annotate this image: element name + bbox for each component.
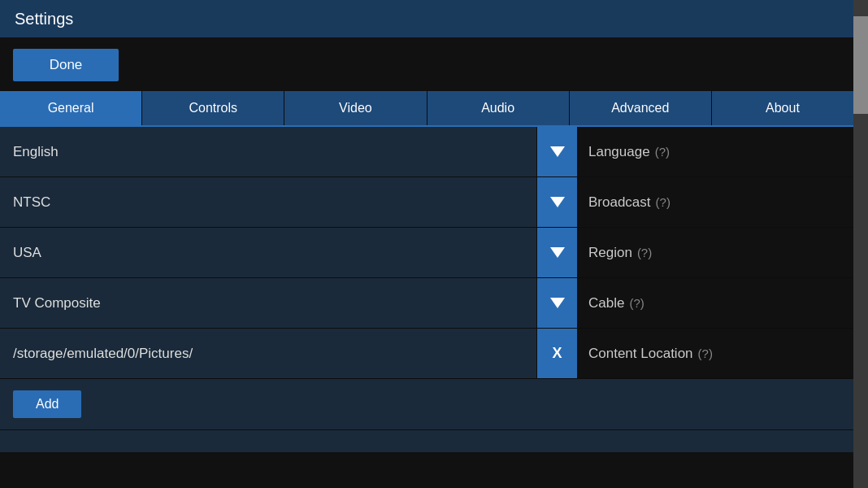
- dropdown-arrow-icon: [550, 298, 565, 308]
- setting-label-broadcast: Broadcast (?): [577, 177, 853, 227]
- setting-row-content-location: /storage/emulated/0/Pictures/ X Content …: [0, 329, 853, 379]
- settings-app: Settings Done General Controls Video Aud…: [0, 0, 868, 488]
- setting-clear-content-location[interactable]: X: [536, 329, 577, 378]
- setting-label-content-location: Content Location (?): [577, 329, 853, 378]
- setting-dropdown-broadcast[interactable]: [536, 177, 577, 227]
- setting-row-broadcast: NTSC Broadcast (?): [0, 177, 853, 228]
- done-button[interactable]: Done: [13, 49, 119, 81]
- setting-label-cable: Cable (?): [577, 278, 853, 328]
- setting-value-language: English: [0, 127, 536, 176]
- tab-advanced[interactable]: Advanced: [570, 91, 712, 125]
- setting-row-region: USA Region (?): [0, 228, 853, 278]
- setting-value-content-location: /storage/emulated/0/Pictures/: [0, 329, 536, 378]
- bottom-partial-row: [0, 429, 853, 452]
- scrollbar[interactable]: [853, 0, 868, 488]
- dropdown-arrow-icon: [550, 247, 565, 258]
- scrollbar-thumb[interactable]: [853, 16, 868, 114]
- tab-audio[interactable]: Audio: [427, 91, 570, 125]
- dropdown-arrow-icon: [550, 146, 565, 157]
- tab-general[interactable]: General: [0, 91, 142, 125]
- tab-controls[interactable]: Controls: [142, 91, 284, 125]
- setting-value-cable: TV Composite: [0, 278, 536, 328]
- done-area: Done: [0, 37, 853, 91]
- setting-dropdown-region[interactable]: [536, 228, 577, 277]
- page-title: Settings: [15, 10, 73, 28]
- add-button[interactable]: Add: [13, 390, 81, 418]
- dropdown-arrow-icon: [550, 197, 565, 207]
- settings-rows: English Language (?) NTSC: [0, 127, 853, 488]
- setting-label-region: Region (?): [577, 228, 853, 277]
- setting-dropdown-language[interactable]: [536, 127, 577, 176]
- setting-label-language: Language (?): [577, 127, 853, 176]
- setting-dropdown-cable[interactable]: [536, 278, 577, 328]
- add-row: Add: [0, 379, 853, 429]
- tab-video[interactable]: Video: [284, 91, 427, 125]
- setting-row-language: English Language (?): [0, 127, 853, 177]
- tabs-container: General Controls Video Audio Advanced Ab…: [0, 91, 853, 127]
- setting-row-cable: TV Composite Cable (?): [0, 278, 853, 329]
- title-bar: Settings: [0, 0, 868, 37]
- main-content: Done General Controls Video Audio Advanc…: [0, 37, 868, 488]
- setting-value-broadcast: NTSC: [0, 177, 536, 227]
- tab-about[interactable]: About: [712, 91, 853, 125]
- setting-value-region: USA: [0, 228, 536, 277]
